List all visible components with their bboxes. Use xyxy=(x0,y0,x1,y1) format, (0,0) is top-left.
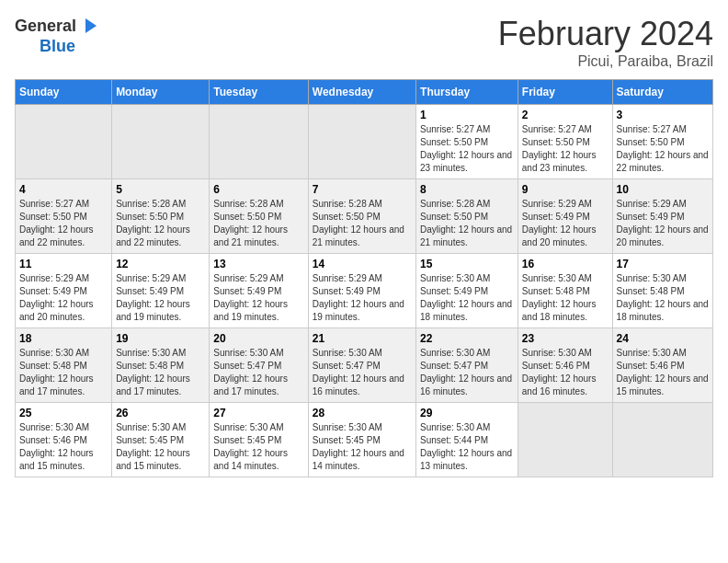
day-cell: 29Sunrise: 5:30 AMSunset: 5:44 PMDayligh… xyxy=(416,403,518,477)
day-number: 10 xyxy=(617,183,709,196)
day-number: 24 xyxy=(617,332,709,345)
day-info: Sunrise: 5:30 AMSunset: 5:48 PMDaylight:… xyxy=(116,347,205,398)
day-cell: 9Sunrise: 5:29 AMSunset: 5:49 PMDaylight… xyxy=(518,179,612,254)
day-info: Sunrise: 5:28 AMSunset: 5:50 PMDaylight:… xyxy=(420,198,514,249)
day-number: 12 xyxy=(116,258,205,270)
day-info: Sunrise: 5:27 AMSunset: 5:50 PMDaylight:… xyxy=(522,123,609,175)
day-info: Sunrise: 5:30 AMSunset: 5:45 PMDaylight:… xyxy=(213,421,303,473)
day-cell: 1Sunrise: 5:27 AMSunset: 5:50 PMDaylight… xyxy=(416,105,518,179)
day-cell: 27Sunrise: 5:30 AMSunset: 5:45 PMDayligh… xyxy=(210,403,308,477)
day-cell xyxy=(210,105,308,179)
day-cell: 16Sunrise: 5:30 AMSunset: 5:48 PMDayligh… xyxy=(518,254,612,328)
day-number: 15 xyxy=(420,258,514,270)
day-number: 5 xyxy=(116,183,205,196)
header-thursday: Thursday xyxy=(416,80,518,105)
day-cell: 28Sunrise: 5:30 AMSunset: 5:45 PMDayligh… xyxy=(308,403,415,477)
day-cell: 11Sunrise: 5:29 AMSunset: 5:49 PMDayligh… xyxy=(16,254,112,328)
week-row-1: 1Sunrise: 5:27 AMSunset: 5:50 PMDaylight… xyxy=(16,105,713,179)
day-cell: 22Sunrise: 5:30 AMSunset: 5:47 PMDayligh… xyxy=(416,328,518,403)
day-info: Sunrise: 5:30 AMSunset: 5:46 PMDaylight:… xyxy=(19,421,108,473)
day-number: 1 xyxy=(420,109,514,121)
day-number: 18 xyxy=(19,332,108,345)
day-cell: 10Sunrise: 5:29 AMSunset: 5:49 PMDayligh… xyxy=(612,179,712,254)
day-cell: 2Sunrise: 5:27 AMSunset: 5:50 PMDaylight… xyxy=(518,105,612,179)
day-info: Sunrise: 5:30 AMSunset: 5:49 PMDaylight:… xyxy=(420,272,514,324)
day-info: Sunrise: 5:30 AMSunset: 5:48 PMDaylight:… xyxy=(522,272,609,324)
subtitle: Picui, Paraiba, Brazil xyxy=(498,53,713,70)
day-number: 16 xyxy=(522,258,609,270)
day-info: Sunrise: 5:28 AMSunset: 5:50 PMDaylight:… xyxy=(213,198,303,249)
day-number: 14 xyxy=(313,258,412,270)
day-cell: 5Sunrise: 5:28 AMSunset: 5:50 PMDaylight… xyxy=(112,179,210,254)
logo-general: General xyxy=(15,17,76,36)
day-info: Sunrise: 5:29 AMSunset: 5:49 PMDaylight:… xyxy=(19,272,108,324)
day-cell xyxy=(308,105,415,179)
day-cell: 7Sunrise: 5:28 AMSunset: 5:50 PMDaylight… xyxy=(308,179,415,254)
day-cell: 21Sunrise: 5:30 AMSunset: 5:47 PMDayligh… xyxy=(308,328,415,403)
week-row-3: 11Sunrise: 5:29 AMSunset: 5:49 PMDayligh… xyxy=(16,254,713,328)
day-number: 3 xyxy=(617,109,709,121)
day-number: 8 xyxy=(420,183,514,196)
day-info: Sunrise: 5:30 AMSunset: 5:47 PMDaylight:… xyxy=(420,347,514,398)
day-info: Sunrise: 5:27 AMSunset: 5:50 PMDaylight:… xyxy=(617,123,709,175)
logo-icon xyxy=(78,15,100,37)
day-cell: 13Sunrise: 5:29 AMSunset: 5:49 PMDayligh… xyxy=(210,254,308,328)
day-number: 23 xyxy=(522,332,609,345)
title-block: February 2024 Picui, Paraiba, Brazil xyxy=(498,15,713,70)
header-friday: Friday xyxy=(518,80,612,105)
week-row-5: 25Sunrise: 5:30 AMSunset: 5:46 PMDayligh… xyxy=(16,403,713,477)
logo-blue: Blue xyxy=(40,37,75,56)
day-cell: 19Sunrise: 5:30 AMSunset: 5:48 PMDayligh… xyxy=(112,328,210,403)
day-cell: 18Sunrise: 5:30 AMSunset: 5:48 PMDayligh… xyxy=(16,328,112,403)
day-info: Sunrise: 5:30 AMSunset: 5:45 PMDaylight:… xyxy=(116,421,205,473)
week-row-4: 18Sunrise: 5:30 AMSunset: 5:48 PMDayligh… xyxy=(16,328,713,403)
day-info: Sunrise: 5:28 AMSunset: 5:50 PMDaylight:… xyxy=(313,198,412,249)
week-row-2: 4Sunrise: 5:27 AMSunset: 5:50 PMDaylight… xyxy=(16,179,713,254)
day-info: Sunrise: 5:27 AMSunset: 5:50 PMDaylight:… xyxy=(420,123,514,175)
day-info: Sunrise: 5:30 AMSunset: 5:47 PMDaylight:… xyxy=(213,347,303,398)
day-cell: 12Sunrise: 5:29 AMSunset: 5:49 PMDayligh… xyxy=(112,254,210,328)
day-cell: 24Sunrise: 5:30 AMSunset: 5:46 PMDayligh… xyxy=(612,328,712,403)
day-number: 20 xyxy=(213,332,303,345)
day-cell: 20Sunrise: 5:30 AMSunset: 5:47 PMDayligh… xyxy=(210,328,308,403)
day-info: Sunrise: 5:30 AMSunset: 5:48 PMDaylight:… xyxy=(617,272,709,324)
day-cell xyxy=(612,403,712,477)
day-number: 26 xyxy=(116,407,205,419)
svg-marker-0 xyxy=(85,18,97,33)
day-number: 6 xyxy=(213,183,303,196)
day-info: Sunrise: 5:29 AMSunset: 5:49 PMDaylight:… xyxy=(116,272,205,324)
day-info: Sunrise: 5:27 AMSunset: 5:50 PMDaylight:… xyxy=(19,198,108,249)
header-row: SundayMondayTuesdayWednesdayThursdayFrid… xyxy=(16,80,713,105)
day-info: Sunrise: 5:30 AMSunset: 5:47 PMDaylight:… xyxy=(313,347,412,398)
day-info: Sunrise: 5:29 AMSunset: 5:49 PMDaylight:… xyxy=(522,198,609,249)
day-number: 19 xyxy=(116,332,205,345)
day-number: 7 xyxy=(313,183,412,196)
day-number: 27 xyxy=(213,407,303,419)
day-cell xyxy=(518,403,612,477)
calendar-table: SundayMondayTuesdayWednesdayThursdayFrid… xyxy=(15,79,713,477)
header-sunday: Sunday xyxy=(16,80,112,105)
day-info: Sunrise: 5:29 AMSunset: 5:49 PMDaylight:… xyxy=(313,272,412,324)
day-cell: 14Sunrise: 5:29 AMSunset: 5:49 PMDayligh… xyxy=(308,254,415,328)
day-info: Sunrise: 5:29 AMSunset: 5:49 PMDaylight:… xyxy=(213,272,303,324)
day-cell: 25Sunrise: 5:30 AMSunset: 5:46 PMDayligh… xyxy=(16,403,112,477)
day-cell: 8Sunrise: 5:28 AMSunset: 5:50 PMDaylight… xyxy=(416,179,518,254)
day-number: 11 xyxy=(19,258,108,270)
day-cell: 17Sunrise: 5:30 AMSunset: 5:48 PMDayligh… xyxy=(612,254,712,328)
day-number: 21 xyxy=(313,332,412,345)
day-info: Sunrise: 5:29 AMSunset: 5:49 PMDaylight:… xyxy=(617,198,709,249)
day-cell: 3Sunrise: 5:27 AMSunset: 5:50 PMDaylight… xyxy=(612,105,712,179)
day-cell: 23Sunrise: 5:30 AMSunset: 5:46 PMDayligh… xyxy=(518,328,612,403)
day-cell xyxy=(112,105,210,179)
page-header: General Blue February 2024 Picui, Paraib… xyxy=(15,15,713,70)
day-number: 22 xyxy=(420,332,514,345)
day-number: 29 xyxy=(420,407,514,419)
day-cell xyxy=(16,105,112,179)
day-number: 25 xyxy=(19,407,108,419)
day-cell: 6Sunrise: 5:28 AMSunset: 5:50 PMDaylight… xyxy=(210,179,308,254)
day-info: Sunrise: 5:28 AMSunset: 5:50 PMDaylight:… xyxy=(116,198,205,249)
day-number: 9 xyxy=(522,183,609,196)
day-info: Sunrise: 5:30 AMSunset: 5:44 PMDaylight:… xyxy=(420,421,514,473)
day-number: 2 xyxy=(522,109,609,121)
logo: General Blue xyxy=(15,15,100,56)
